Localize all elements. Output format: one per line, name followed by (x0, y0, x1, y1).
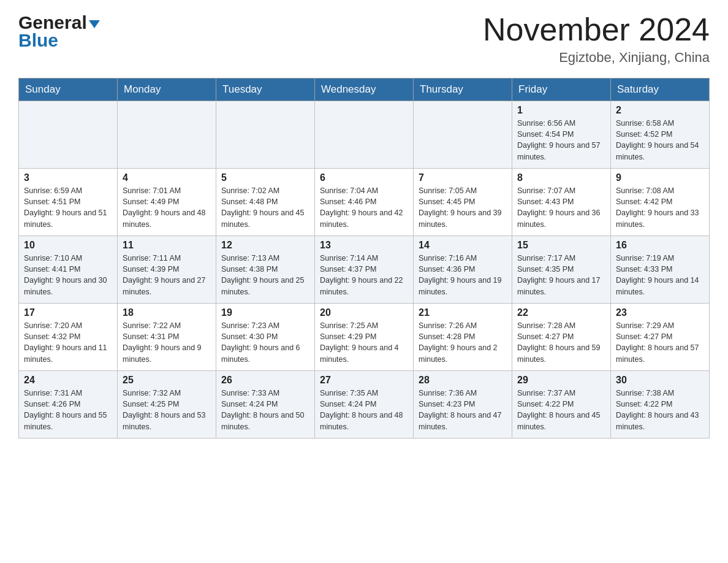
day-number: 11 (123, 240, 211, 251)
day-number: 26 (221, 375, 309, 386)
calendar-day-15: 15Sunrise: 7:17 AMSunset: 4:35 PMDayligh… (512, 236, 611, 304)
day-sun-info: Sunrise: 7:22 AMSunset: 4:31 PMDaylight:… (123, 320, 211, 365)
day-number: 10 (24, 240, 112, 251)
day-sun-info: Sunrise: 7:36 AMSunset: 4:23 PMDaylight:… (419, 388, 507, 432)
weekday-header-monday: Monday (118, 79, 216, 101)
calendar-day-18: 18Sunrise: 7:22 AMSunset: 4:31 PMDayligh… (118, 304, 216, 371)
day-number: 14 (419, 240, 507, 251)
calendar-day-5: 5Sunrise: 7:02 AMSunset: 4:48 PMDaylight… (216, 169, 315, 236)
calendar-day-24: 24Sunrise: 7:31 AMSunset: 4:26 PMDayligh… (19, 371, 118, 439)
day-sun-info: Sunrise: 6:56 AMSunset: 4:54 PMDaylight:… (517, 118, 605, 163)
calendar-day-7: 7Sunrise: 7:05 AMSunset: 4:45 PMDaylight… (414, 169, 512, 236)
day-sun-info: Sunrise: 6:59 AMSunset: 4:51 PMDaylight:… (24, 185, 112, 230)
day-sun-info: Sunrise: 7:04 AMSunset: 4:46 PMDaylight:… (320, 185, 408, 230)
calendar-day-17: 17Sunrise: 7:20 AMSunset: 4:32 PMDayligh… (19, 304, 118, 371)
day-sun-info: Sunrise: 7:37 AMSunset: 4:22 PMDaylight:… (517, 388, 605, 432)
calendar-week-1: 1Sunrise: 6:56 AMSunset: 4:54 PMDaylight… (19, 101, 710, 169)
calendar-day-4: 4Sunrise: 7:01 AMSunset: 4:49 PMDaylight… (118, 169, 216, 236)
day-sun-info: Sunrise: 7:26 AMSunset: 4:28 PMDaylight:… (419, 320, 507, 365)
day-number: 12 (221, 240, 309, 251)
calendar-empty-cell (315, 101, 414, 169)
day-number: 23 (616, 307, 704, 318)
calendar-day-16: 16Sunrise: 7:19 AMSunset: 4:33 PMDayligh… (611, 236, 710, 304)
calendar-day-19: 19Sunrise: 7:23 AMSunset: 4:30 PMDayligh… (216, 304, 315, 371)
weekday-header-friday: Friday (512, 79, 611, 101)
day-sun-info: Sunrise: 7:31 AMSunset: 4:26 PMDaylight:… (24, 388, 112, 432)
day-number: 22 (517, 307, 605, 318)
day-number: 27 (320, 375, 408, 386)
day-number: 13 (320, 240, 408, 251)
weekday-header-wednesday: Wednesday (315, 79, 414, 101)
day-number: 16 (616, 240, 704, 251)
day-number: 4 (123, 172, 211, 183)
day-number: 25 (123, 375, 211, 386)
day-number: 19 (221, 307, 309, 318)
calendar-week-2: 3Sunrise: 6:59 AMSunset: 4:51 PMDaylight… (19, 169, 710, 236)
day-sun-info: Sunrise: 7:38 AMSunset: 4:22 PMDaylight:… (616, 388, 704, 432)
day-sun-info: Sunrise: 7:08 AMSunset: 4:42 PMDaylight:… (616, 185, 704, 230)
day-number: 28 (419, 375, 507, 386)
calendar-day-30: 30Sunrise: 7:38 AMSunset: 4:22 PMDayligh… (611, 371, 710, 439)
day-number: 24 (24, 375, 112, 386)
location: Egiztobe, Xinjiang, China (483, 50, 710, 66)
calendar-day-20: 20Sunrise: 7:25 AMSunset: 4:29 PMDayligh… (315, 304, 414, 371)
day-sun-info: Sunrise: 7:29 AMSunset: 4:27 PMDaylight:… (616, 320, 704, 365)
calendar-empty-cell (216, 101, 315, 169)
weekday-header-tuesday: Tuesday (216, 79, 315, 101)
day-number: 3 (24, 172, 112, 183)
page-header: General Blue November 2024 Egiztobe, Xin… (18, 12, 710, 66)
calendar-day-1: 1Sunrise: 6:56 AMSunset: 4:54 PMDaylight… (512, 101, 611, 169)
calendar-day-22: 22Sunrise: 7:28 AMSunset: 4:27 PMDayligh… (512, 304, 611, 371)
day-number: 17 (24, 307, 112, 318)
day-number: 30 (616, 375, 704, 386)
day-sun-info: Sunrise: 7:14 AMSunset: 4:37 PMDaylight:… (320, 253, 408, 297)
calendar-day-28: 28Sunrise: 7:36 AMSunset: 4:23 PMDayligh… (414, 371, 512, 439)
title-section: November 2024 Egiztobe, Xinjiang, China (483, 12, 710, 66)
calendar-week-3: 10Sunrise: 7:10 AMSunset: 4:41 PMDayligh… (19, 236, 710, 304)
weekday-header-thursday: Thursday (414, 79, 512, 101)
day-sun-info: Sunrise: 6:58 AMSunset: 4:52 PMDaylight:… (616, 118, 704, 163)
day-sun-info: Sunrise: 7:28 AMSunset: 4:27 PMDaylight:… (517, 320, 605, 365)
calendar-empty-cell (118, 101, 216, 169)
day-number: 5 (221, 172, 309, 183)
day-number: 1 (517, 105, 605, 116)
calendar-day-27: 27Sunrise: 7:35 AMSunset: 4:24 PMDayligh… (315, 371, 414, 439)
calendar-day-14: 14Sunrise: 7:16 AMSunset: 4:36 PMDayligh… (414, 236, 512, 304)
calendar-day-21: 21Sunrise: 7:26 AMSunset: 4:28 PMDayligh… (414, 304, 512, 371)
weekday-header-saturday: Saturday (611, 79, 710, 101)
day-number: 6 (320, 172, 408, 183)
calendar-table: SundayMondayTuesdayWednesdayThursdayFrid… (18, 78, 710, 439)
day-sun-info: Sunrise: 7:16 AMSunset: 4:36 PMDaylight:… (419, 253, 507, 297)
calendar-day-25: 25Sunrise: 7:32 AMSunset: 4:25 PMDayligh… (118, 371, 216, 439)
day-number: 9 (616, 172, 704, 183)
day-sun-info: Sunrise: 7:11 AMSunset: 4:39 PMDaylight:… (123, 253, 211, 297)
calendar-week-4: 17Sunrise: 7:20 AMSunset: 4:32 PMDayligh… (19, 304, 710, 371)
calendar-day-3: 3Sunrise: 6:59 AMSunset: 4:51 PMDaylight… (19, 169, 118, 236)
day-number: 15 (517, 240, 605, 251)
day-sun-info: Sunrise: 7:05 AMSunset: 4:45 PMDaylight:… (419, 185, 507, 230)
calendar-empty-cell (414, 101, 512, 169)
calendar-day-8: 8Sunrise: 7:07 AMSunset: 4:43 PMDaylight… (512, 169, 611, 236)
day-sun-info: Sunrise: 7:35 AMSunset: 4:24 PMDaylight:… (320, 388, 408, 432)
month-title: November 2024 (483, 12, 710, 47)
day-sun-info: Sunrise: 7:13 AMSunset: 4:38 PMDaylight:… (221, 253, 309, 297)
day-number: 8 (517, 172, 605, 183)
day-sun-info: Sunrise: 7:19 AMSunset: 4:33 PMDaylight:… (616, 253, 704, 297)
weekday-header-sunday: Sunday (19, 79, 118, 101)
calendar-day-11: 11Sunrise: 7:11 AMSunset: 4:39 PMDayligh… (118, 236, 216, 304)
day-sun-info: Sunrise: 7:17 AMSunset: 4:35 PMDaylight:… (517, 253, 605, 297)
day-sun-info: Sunrise: 7:25 AMSunset: 4:29 PMDaylight:… (320, 320, 408, 365)
day-sun-info: Sunrise: 7:01 AMSunset: 4:49 PMDaylight:… (123, 185, 211, 230)
calendar-day-12: 12Sunrise: 7:13 AMSunset: 4:38 PMDayligh… (216, 236, 315, 304)
day-sun-info: Sunrise: 7:33 AMSunset: 4:24 PMDaylight:… (221, 388, 309, 432)
calendar-day-23: 23Sunrise: 7:29 AMSunset: 4:27 PMDayligh… (611, 304, 710, 371)
calendar-day-2: 2Sunrise: 6:58 AMSunset: 4:52 PMDaylight… (611, 101, 710, 169)
calendar-day-26: 26Sunrise: 7:33 AMSunset: 4:24 PMDayligh… (216, 371, 315, 439)
weekday-header-row: SundayMondayTuesdayWednesdayThursdayFrid… (19, 79, 710, 101)
day-number: 2 (616, 105, 704, 116)
calendar-week-5: 24Sunrise: 7:31 AMSunset: 4:26 PMDayligh… (19, 371, 710, 439)
day-number: 21 (419, 307, 507, 318)
logo-blue: Blue (18, 30, 58, 50)
calendar-day-29: 29Sunrise: 7:37 AMSunset: 4:22 PMDayligh… (512, 371, 611, 439)
day-sun-info: Sunrise: 7:07 AMSunset: 4:43 PMDaylight:… (517, 185, 605, 230)
